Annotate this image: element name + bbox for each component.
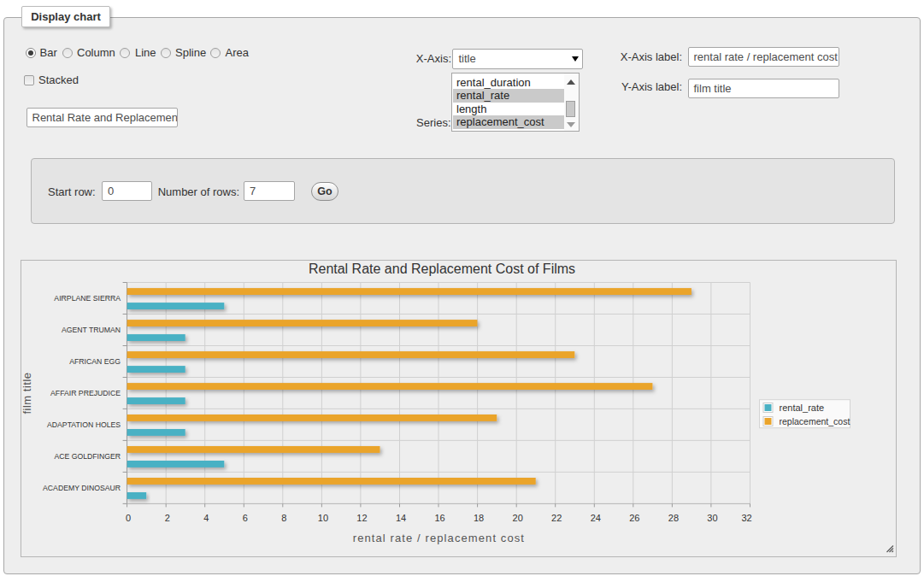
svg-text:22: 22 [551,513,562,523]
svg-text:8: 8 [281,513,286,523]
svg-text:28: 28 [668,513,679,523]
svg-text:rental rate / replacement cost: rental rate / replacement cost [353,532,525,544]
svg-text:16: 16 [434,513,444,523]
svg-text:replacement_cost: replacement_cost [780,416,850,426]
svg-text:0: 0 [126,513,131,523]
svg-text:6: 6 [243,513,248,523]
svg-text:24: 24 [591,513,601,523]
svg-text:Rental Rate and Replacement Co: Rental Rate and Replacement Cost of Film… [309,262,575,276]
svg-text:4: 4 [203,513,209,523]
svg-text:ADAPTATION HOLES: ADAPTATION HOLES [47,420,121,429]
svg-text:AGENT TRUMAN: AGENT TRUMAN [62,326,121,334]
svg-text:26: 26 [629,513,639,523]
svg-text:2: 2 [165,513,170,523]
svg-text:18: 18 [474,513,484,523]
svg-text:AFRICAN EGG: AFRICAN EGG [69,357,121,366]
svg-text:ACE GOLDFINGER: ACE GOLDFINGER [54,452,121,461]
svg-text:20: 20 [513,513,523,523]
svg-text:10: 10 [318,513,328,523]
svg-text:film title: film title [21,372,33,414]
svg-text:12: 12 [356,513,367,523]
svg-text:14: 14 [396,513,406,523]
svg-text:32: 32 [741,513,751,523]
svg-text:AIRPLANE SIERRA: AIRPLANE SIERRA [54,294,121,303]
svg-text:AFFAIR PREJUDICE: AFFAIR PREJUDICE [50,389,121,397]
svg-text:rental_rate: rental_rate [780,403,825,413]
svg-text:ACADEMY DINOSAUR: ACADEMY DINOSAUR [43,484,121,492]
svg-text:30: 30 [707,513,717,523]
